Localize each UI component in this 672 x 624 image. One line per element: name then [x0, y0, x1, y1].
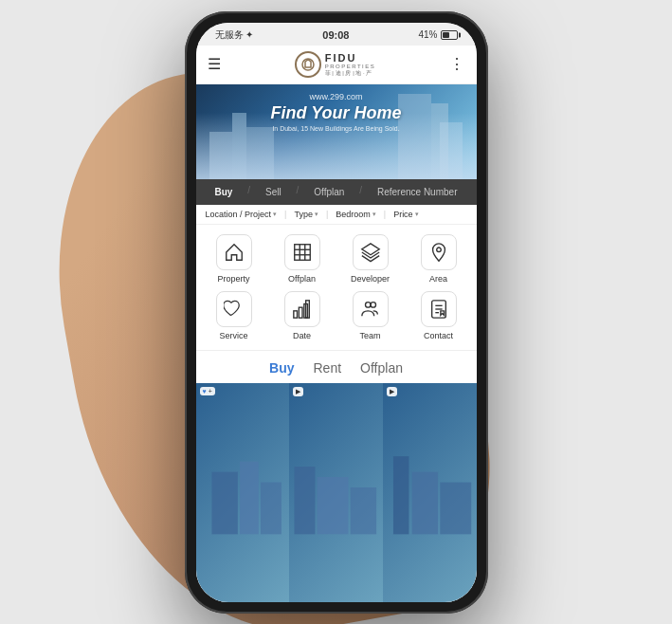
icon-item-date[interactable]: Date	[272, 291, 333, 340]
icon-label-team: Team	[359, 331, 380, 340]
card-overlay-3: ▶	[387, 387, 397, 396]
card-badge-video-3: ▶	[387, 387, 397, 396]
carrier-text: 无服务 ✦	[215, 28, 254, 42]
team-icon	[360, 299, 381, 320]
filter-type[interactable]: Type ▾	[294, 210, 318, 219]
svg-point-7	[436, 247, 441, 251]
contact-icon	[428, 299, 449, 320]
video-icon-3: ▶	[390, 388, 394, 395]
svg-rect-22	[318, 477, 349, 534]
battery-pct: 41%	[418, 29, 437, 40]
logo-fidu: FIDU	[325, 52, 376, 64]
svg-rect-20	[260, 482, 281, 534]
phone-screen: 无服务 ✦ 09:08 41% ☰	[196, 23, 477, 602]
phone-frame: 无服务 ✦ 09:08 41% ☰	[185, 11, 488, 614]
icon-item-developer[interactable]: Developer	[340, 234, 401, 284]
icon-label-contact: Contact	[424, 331, 453, 340]
filter-location-arrow: ▾	[273, 211, 277, 218]
plus-icon-1: +	[209, 388, 212, 395]
filter-location-label: Location / Project	[206, 210, 272, 219]
service-icon-wrapper	[216, 291, 252, 327]
icon-label-area: Area	[429, 274, 447, 284]
logo[interactable]: FIDU PROPERTIES 菲 | 迪 | 房 | 地 · 产	[295, 51, 376, 78]
hero-subtitle: In Dubai, 15 New Buildings Are Being Sol…	[196, 125, 477, 132]
date-icon-wrapper	[284, 291, 320, 327]
svg-rect-21	[295, 467, 316, 534]
logo-text: FIDU PROPERTIES 菲 | 迪 | 房 | 地 · 产	[325, 52, 376, 76]
card-image-1	[196, 383, 290, 602]
offplan-icon-wrapper	[284, 234, 320, 270]
property-icon-wrapper	[216, 234, 252, 270]
svg-rect-23	[351, 487, 376, 534]
divider-1: /	[247, 185, 250, 199]
logo-chinese: 菲 | 迪 | 房 | 地 · 产	[325, 70, 376, 77]
svg-rect-1	[294, 244, 310, 260]
svg-rect-9	[299, 307, 302, 318]
filter-divider-3: |	[384, 210, 386, 219]
tab-reference[interactable]: Reference Number	[373, 185, 461, 199]
home-icon	[224, 242, 245, 263]
hero-section: www.299.com Find Your Home In Dubai, 15 …	[196, 84, 477, 179]
filter-type-arrow: ▾	[315, 211, 318, 218]
svg-rect-25	[412, 471, 438, 534]
filter-location[interactable]: Location / Project ▾	[206, 210, 278, 219]
status-bar: 无服务 ✦ 09:08 41%	[196, 23, 477, 46]
filter-divider-1: |	[284, 210, 286, 219]
svg-point-12	[365, 302, 371, 307]
layers-icon	[360, 242, 381, 263]
card-building-svg-3	[383, 383, 477, 602]
filter-divider-2: |	[326, 210, 328, 219]
icon-item-area[interactable]: Area	[409, 234, 469, 284]
prop-tab-buy[interactable]: Buy	[269, 358, 294, 377]
contact-icon-wrapper	[421, 291, 457, 327]
icon-item-team[interactable]: Team	[340, 291, 401, 340]
heart-icon-1: ♥	[203, 388, 207, 395]
svg-point-13	[371, 302, 376, 307]
navbar-more-icon[interactable]: ⋮	[449, 55, 464, 73]
property-tabs: Buy Rent Offplan	[196, 350, 477, 383]
prop-tab-offplan[interactable]: Offplan	[360, 358, 403, 377]
filter-bedroom-arrow: ▾	[372, 211, 376, 218]
svg-rect-8	[293, 310, 297, 317]
icon-item-contact[interactable]: Contact	[409, 291, 469, 340]
status-left: 无服务 ✦	[215, 28, 254, 42]
card-overlay-2: ▶	[293, 387, 303, 396]
icon-label-developer: Developer	[351, 274, 390, 284]
card-badge-heart-1: ♥ +	[200, 387, 215, 395]
prop-tab-rent[interactable]: Rent	[313, 358, 341, 377]
card-badge-video-2: ▶	[293, 387, 303, 396]
search-tabs: Buy / Sell / Offplan / Reference Number	[196, 179, 477, 205]
logo-circle	[295, 51, 321, 78]
tab-buy[interactable]: Buy	[210, 185, 236, 199]
card-building-svg-1	[196, 383, 290, 602]
icon-grid: Property Offplan	[196, 225, 477, 350]
filter-type-label: Type	[294, 210, 313, 219]
divider-2: /	[297, 185, 300, 199]
icon-item-property[interactable]: Property	[204, 234, 264, 284]
svg-rect-26	[440, 482, 471, 534]
tab-sell[interactable]: Sell	[262, 185, 285, 199]
filter-price[interactable]: Price ▾	[393, 210, 419, 219]
logo-properties: PROPERTIES	[325, 64, 376, 70]
developer-icon-wrapper	[353, 234, 389, 270]
chart-icon	[292, 299, 313, 320]
icon-label-service: Service	[219, 331, 247, 340]
svg-marker-6	[361, 243, 378, 254]
hamburger-menu-icon[interactable]: ☰	[208, 55, 221, 73]
filter-bedroom[interactable]: Bedroom ▾	[336, 210, 376, 219]
icon-label-offplan: Offplan	[288, 274, 316, 284]
video-icon-2: ▶	[296, 388, 300, 395]
card-image-3	[383, 383, 477, 602]
navbar: ☰ FIDU PROPERTIES 菲 | 迪 | 房 | 地 · 产 ⋮	[196, 46, 477, 84]
svg-rect-18	[211, 471, 237, 534]
area-icon-wrapper	[421, 234, 457, 270]
icon-item-offplan[interactable]: Offplan	[272, 234, 333, 284]
property-card-3[interactable]: ▶	[383, 383, 477, 602]
property-card-2[interactable]: ▶	[289, 383, 383, 602]
card-overlay-1: ♥ +	[200, 387, 215, 395]
battery-fill	[443, 32, 449, 38]
icon-item-service[interactable]: Service	[204, 291, 264, 340]
property-card-1[interactable]: ♥ +	[196, 383, 290, 602]
hero-text: www.299.com Find Your Home In Dubai, 15 …	[196, 92, 477, 132]
tab-offplan[interactable]: Offplan	[310, 185, 348, 199]
